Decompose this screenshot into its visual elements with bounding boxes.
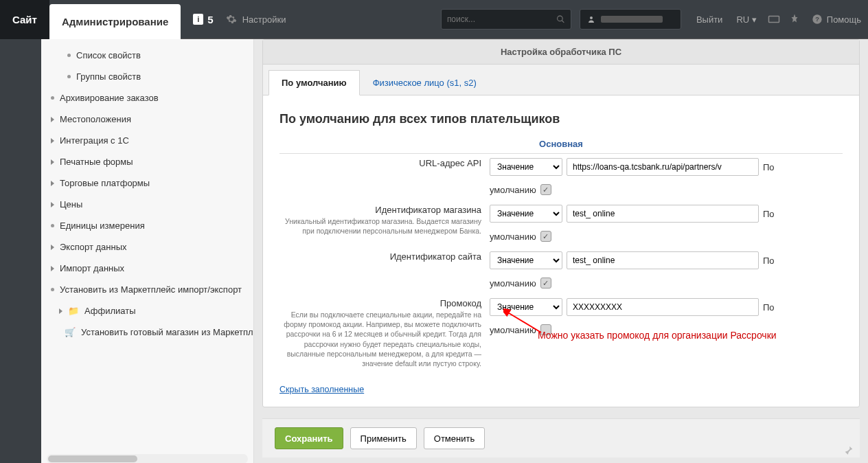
field-label: URL-адрес API <box>279 158 481 168</box>
value-input[interactable] <box>567 298 759 316</box>
subsection-main: Основная <box>279 139 843 154</box>
tree-item-label: Группы свойств <box>76 71 141 82</box>
default-checkbox[interactable] <box>540 231 551 242</box>
value-type-select[interactable]: Значение <box>490 251 562 269</box>
tree-item[interactable]: Местоположения <box>41 109 253 130</box>
value-type-select[interactable]: Значение <box>490 158 562 176</box>
settings-panel: Настройка обработчика ПС По умолчанию Фи… <box>262 39 860 407</box>
sidebar-rail <box>0 39 41 463</box>
tab-individual[interactable]: Физическое лицо (s1, s2) <box>360 70 490 95</box>
tree-item[interactable]: Торговые платформы <box>41 172 253 194</box>
tree-item[interactable]: Цены <box>41 194 253 215</box>
value-input[interactable] <box>567 158 759 176</box>
section-title: По умолчанию для всех типов плательщиков <box>279 112 843 126</box>
tree-item[interactable]: Архивирование заказов <box>41 87 253 109</box>
notif-icon: i <box>193 14 203 25</box>
logout-link[interactable]: Выйти <box>696 14 723 25</box>
pin-icon[interactable] <box>788 13 801 25</box>
field-label: Промокод <box>279 298 481 308</box>
bullet-icon <box>67 75 71 78</box>
default-checkbox[interactable] <box>540 184 551 195</box>
form-row: Идентификатор сайтаЗначениеПоумолчанию <box>279 251 843 289</box>
field-label-col: URL-адрес API <box>279 158 486 168</box>
bullet-icon <box>67 54 71 57</box>
value-type-select[interactable]: Значение <box>490 205 562 223</box>
tab-default[interactable]: По умолчанию <box>269 70 360 95</box>
tree-item[interactable]: Интеграция с 1С <box>41 130 253 151</box>
user-icon <box>587 15 595 23</box>
value-input[interactable] <box>567 251 759 269</box>
footer-pin-icon[interactable] <box>843 444 854 455</box>
field-label-col: ПромокодЕсли вы подключаете специальные … <box>279 298 486 368</box>
tree-item[interactable]: 🛒Установить готовый магазин из Маркетпле… <box>41 321 253 343</box>
tree-item-label: Установить из Маркетплейс импорт/экспорт <box>60 284 242 295</box>
tree-item-label: Импорт данных <box>60 263 124 273</box>
tree-item[interactable]: Группы свойств <box>41 66 253 87</box>
tree-item-label: Местоположения <box>60 114 131 124</box>
cancel-button[interactable]: Отменить <box>424 427 485 449</box>
tree-item-label: Установить готовый магазин из Маркетплей… <box>81 327 254 337</box>
svg-line-1 <box>562 21 564 23</box>
field-label: Идентификатор магазина <box>279 205 481 215</box>
expand-arrow-icon <box>51 202 54 207</box>
svg-line-8 <box>507 312 541 332</box>
footer-buttons: Сохранить Применить Отменить <box>262 418 860 458</box>
search-input[interactable] <box>447 14 556 24</box>
default-text: По <box>763 209 775 219</box>
tree-item[interactable]: Список свойств <box>41 45 253 66</box>
admin-tab[interactable]: Администрирование <box>49 4 181 39</box>
tree-item[interactable]: Импорт данных <box>41 258 253 279</box>
lang-switch[interactable]: RU ▾ <box>736 14 756 25</box>
field-label-col: Идентификатор сайта <box>279 251 486 262</box>
default-text: умолчанию <box>490 232 536 242</box>
form-row: Идентификатор магазинаУникальный идентиф… <box>279 205 843 242</box>
user-name-redacted <box>601 16 663 23</box>
folder-icon: 📁 <box>68 306 79 316</box>
save-button[interactable]: Сохранить <box>275 427 343 449</box>
site-tab[interactable]: Сайт <box>0 0 49 39</box>
panel-tabs: По умолчанию Физическое лицо (s1, s2) <box>263 65 859 95</box>
search-box[interactable] <box>441 9 571 30</box>
svg-text:?: ? <box>815 16 819 23</box>
sidebar-tree: Список свойствГруппы свойствАрхивировани… <box>41 39 254 463</box>
tree-item-label: Интеграция с 1С <box>60 135 129 146</box>
svg-point-0 <box>558 16 563 21</box>
expand-arrow-icon <box>51 245 54 250</box>
cart-icon: 🛒 <box>65 327 76 337</box>
tree-item-label: Архивирование заказов <box>60 93 159 103</box>
field-label: Идентификатор сайта <box>279 251 481 262</box>
gear-icon <box>226 14 237 25</box>
expand-arrow-icon <box>51 266 54 271</box>
expand-arrow-icon <box>51 159 54 165</box>
tree-item-label: Список свойств <box>76 50 141 60</box>
settings-link[interactable]: Настройки <box>226 14 286 25</box>
apply-button[interactable]: Применить <box>350 427 417 449</box>
default-text: умолчанию <box>490 278 536 289</box>
search-icon <box>556 14 565 24</box>
user-block[interactable] <box>580 9 681 30</box>
tree-scroll-thumb[interactable] <box>48 455 137 462</box>
collapse-filled-link[interactable]: Скрыть заполненные <box>279 385 364 394</box>
expand-arrow-icon <box>59 308 62 314</box>
field-hint: Уникальный идентификатор магазина. Выдае… <box>279 216 481 236</box>
bullet-icon <box>51 288 54 291</box>
expand-arrow-icon <box>51 117 54 122</box>
svg-point-2 <box>590 16 593 19</box>
field-hint: Если вы подключаете специальные акции, п… <box>279 310 481 368</box>
tree-scrollbar[interactable] <box>47 454 248 463</box>
notifications[interactable]: i 5 <box>193 14 213 25</box>
panel-header: Настройка обработчика ПС <box>263 40 859 65</box>
value-input[interactable] <box>567 205 759 223</box>
annotation-text: Можно указать промокод для организации Р… <box>538 329 785 343</box>
tree-item[interactable]: Единицы измерения <box>41 215 253 236</box>
tree-item[interactable]: Экспорт данных <box>41 236 253 258</box>
keyboard-icon[interactable] <box>768 13 780 25</box>
tree-item[interactable]: Печатные формы <box>41 151 253 172</box>
default-text: По <box>763 256 775 266</box>
tree-item[interactable]: Установить из Маркетплейс импорт/экспорт <box>41 279 253 300</box>
settings-label: Настройки <box>242 14 286 25</box>
tree-item[interactable]: 📁Аффилиаты <box>41 300 253 321</box>
tree-item-label: Аффилиаты <box>84 306 136 316</box>
help-link[interactable]: ? Помощь <box>812 14 861 25</box>
default-checkbox[interactable] <box>540 278 551 289</box>
